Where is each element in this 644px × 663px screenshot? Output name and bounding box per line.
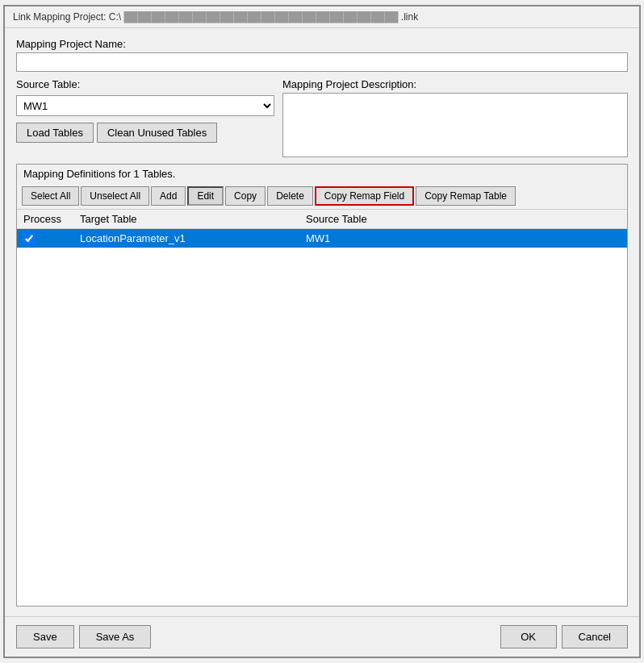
ok-button[interactable]: OK xyxy=(500,625,557,648)
unselect-all-button[interactable]: Unselect All xyxy=(81,186,149,206)
copy-button[interactable]: Copy xyxy=(225,186,266,206)
footer-left-buttons: Save Save As xyxy=(16,625,151,648)
row-target-table: LocationParameter_v1 xyxy=(80,232,306,244)
description-textarea[interactable] xyxy=(282,93,628,157)
table-row[interactable]: LocationParameter_v1 MW1 xyxy=(17,229,627,248)
add-button[interactable]: Add xyxy=(151,186,186,206)
table-button-row: Load Tables Clean Unused Tables xyxy=(16,123,274,143)
description-label: Mapping Project Description: xyxy=(282,78,628,90)
clean-unused-tables-button[interactable]: Clean Unused Tables xyxy=(97,123,217,143)
cancel-button[interactable]: Cancel xyxy=(562,625,628,648)
save-button[interactable]: Save xyxy=(16,625,74,648)
col-header-process: Process xyxy=(23,213,80,225)
mapping-section: Mapping Definitions for 1 Tables. Select… xyxy=(16,164,628,607)
col-header-target: Target Table xyxy=(80,213,306,225)
source-table-row: Source Table: xyxy=(16,78,274,90)
content-area: Mapping Project Name: Source Table: MW1 … xyxy=(5,28,639,616)
load-tables-button[interactable]: Load Tables xyxy=(16,123,94,143)
select-all-button[interactable]: Select All xyxy=(22,186,79,206)
title-suffix: .link xyxy=(401,11,418,23)
title-path: ████████████████████████████████████████ xyxy=(123,11,398,23)
two-col-layout: Source Table: MW1 Load Tables Clean Unus… xyxy=(16,78,628,157)
right-column: Mapping Project Description: xyxy=(282,78,628,157)
row-checkbox[interactable] xyxy=(23,233,35,244)
mapping-section-title: Mapping Definitions for 1 Tables. xyxy=(17,165,627,183)
footer-right-buttons: OK Cancel xyxy=(500,625,628,648)
source-table-label: Source Table: xyxy=(16,78,80,90)
table-container: Process Target Table Source Table Locati… xyxy=(17,209,627,606)
copy-remap-table-button[interactable]: Copy Remap Table xyxy=(416,186,516,206)
edit-button[interactable]: Edit xyxy=(187,186,224,206)
mapping-project-name-label: Mapping Project Name: xyxy=(16,38,628,50)
table-header: Process Target Table Source Table xyxy=(17,210,627,229)
copy-remap-field-button[interactable]: Copy Remap Field xyxy=(315,186,414,206)
left-column: Source Table: MW1 Load Tables Clean Unus… xyxy=(16,78,274,157)
source-table-select[interactable]: MW1 xyxy=(16,95,274,116)
row-checkbox-cell xyxy=(23,233,80,244)
save-as-button[interactable]: Save As xyxy=(79,625,152,648)
title-text: Link Mapping Project: C:\ xyxy=(13,11,121,23)
title-bar: Link Mapping Project: C:\ ██████████████… xyxy=(5,6,639,28)
mapping-project-name-input[interactable] xyxy=(16,52,628,72)
col-header-source: Source Table xyxy=(306,213,621,225)
delete-button[interactable]: Delete xyxy=(267,186,313,206)
main-window: Link Mapping Project: C:\ ██████████████… xyxy=(3,5,641,658)
mapping-project-name-row: Mapping Project Name: xyxy=(16,38,628,72)
mapping-toolbar: Select All Unselect All Add Edit Copy De… xyxy=(17,183,627,209)
footer: Save Save As OK Cancel xyxy=(5,616,639,657)
row-source-table: MW1 xyxy=(306,232,621,244)
